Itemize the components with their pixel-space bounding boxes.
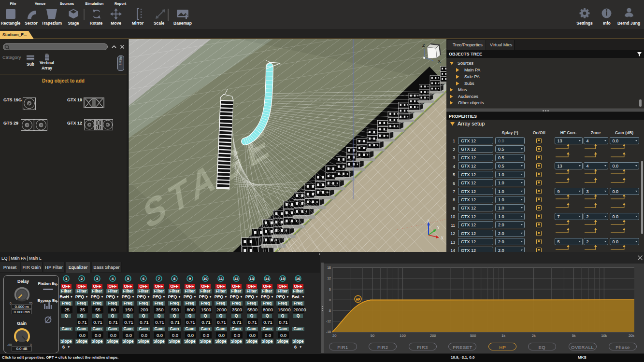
svg-text:6: 6	[329, 288, 331, 291]
svg-text:18: 18	[327, 266, 331, 269]
svg-text:6: 6	[143, 277, 145, 281]
svg-text:16: 16	[296, 277, 301, 281]
svg-text:3: 3	[96, 277, 99, 281]
svg-text:200: 200	[430, 334, 436, 338]
svg-text:7: 7	[158, 277, 160, 281]
svg-text:-6: -6	[328, 309, 331, 312]
svg-text:2: 2	[81, 277, 83, 281]
svg-text:20: 20	[332, 334, 336, 338]
svg-text:50: 50	[371, 334, 374, 338]
svg-text:100: 100	[400, 334, 406, 338]
svg-text:12: 12	[327, 277, 331, 280]
svg-text:Z: Z	[422, 43, 425, 48]
svg-text:-12: -12	[326, 320, 331, 323]
svg-text:14: 14	[265, 277, 270, 281]
svg-text:2k: 2k	[532, 334, 536, 338]
svg-text:8: 8	[173, 277, 176, 281]
svg-text:4: 4	[112, 277, 114, 281]
svg-text:-18: -18	[326, 330, 331, 334]
svg-text:Y: Y	[437, 225, 440, 230]
svg-text:11: 11	[219, 277, 223, 281]
svg-text:13: 13	[250, 277, 254, 281]
svg-text:Z: Z	[427, 219, 430, 223]
svg-text:5k: 5k	[572, 334, 576, 338]
svg-text:0: 0	[329, 298, 331, 302]
svg-text:X: X	[438, 59, 441, 64]
svg-text:HP: HP	[356, 298, 360, 301]
svg-text:5: 5	[127, 277, 129, 281]
svg-text:12: 12	[234, 277, 239, 281]
svg-text:9: 9	[189, 277, 191, 281]
svg-text:10k: 10k	[601, 334, 607, 338]
svg-text:X: X	[441, 236, 444, 240]
svg-text:500: 500	[470, 334, 476, 338]
svg-text:1k: 1k	[501, 334, 505, 338]
svg-text:1: 1	[65, 277, 68, 281]
svg-text:15: 15	[281, 277, 285, 281]
svg-text:20k: 20k	[629, 334, 634, 338]
svg-text:10: 10	[203, 277, 208, 281]
